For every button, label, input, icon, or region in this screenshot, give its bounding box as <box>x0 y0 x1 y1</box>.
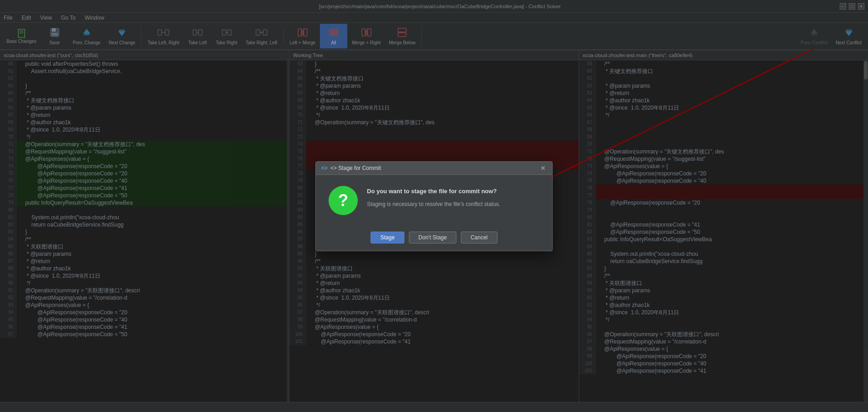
dialog-text-area: Do you want to stage the file for commit… <box>367 186 539 208</box>
dialog-close-button[interactable]: ✕ <box>539 164 547 172</box>
dialog-overlay: <> <> Stage for Commit ✕ ? Do you want t… <box>0 0 868 412</box>
dialog-question-icon: ? <box>329 186 358 215</box>
dialog-icon-small: <> <box>321 165 328 171</box>
dont-stage-button[interactable]: Don't Stage <box>409 232 456 243</box>
dialog-titlebar: <> <> Stage for Commit ✕ <box>316 162 552 175</box>
dialog-footer: Stage Don't Stage Cancel <box>316 226 552 251</box>
dialog-sub-text: Staging is necessary to resolve the file… <box>367 200 539 208</box>
dialog-main-text: Do you want to stage the file for commit… <box>367 188 539 195</box>
dialog-title: <> <> Stage for Commit <box>321 165 381 171</box>
cancel-button[interactable]: Cancel <box>461 232 497 243</box>
stage-button[interactable]: Stage <box>371 232 404 243</box>
dialog-body: ? Do you want to stage the file for comm… <box>316 175 552 226</box>
stage-dialog: <> <> Stage for Commit ✕ ? Do you want t… <box>315 161 553 251</box>
